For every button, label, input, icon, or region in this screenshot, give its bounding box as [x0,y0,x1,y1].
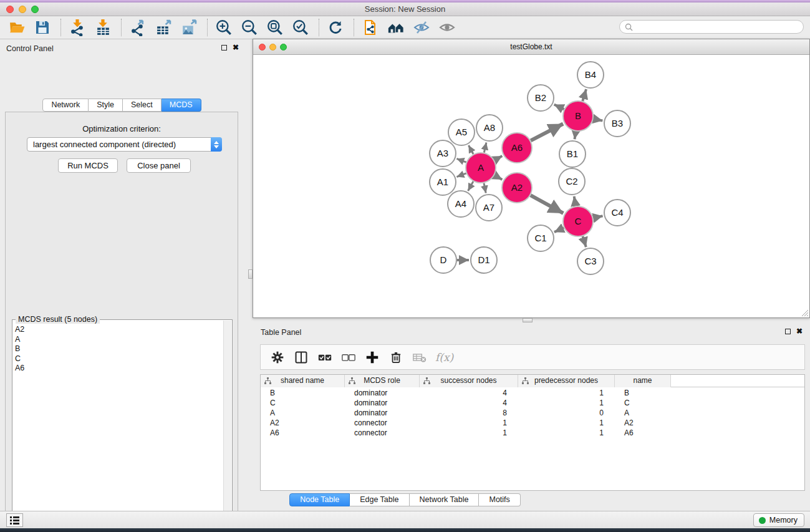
graph-node-label: C1 [534,233,546,243]
close-panel-icon[interactable]: ✖ [233,44,239,51]
table-tab-network-table[interactable]: Network Table [410,493,480,506]
search-field[interactable] [619,20,804,34]
eye-icon [438,19,456,36]
delete-row-button[interactable] [387,349,405,366]
graph-node-label: C3 [584,256,596,266]
export-table-button[interactable] [155,19,172,36]
table-tab-node-table[interactable]: Node Table [289,493,350,506]
graph-edge-A-A1[interactable] [456,173,466,177]
graph-node-label: C2 [566,176,577,186]
table-cell: dominator [345,408,420,418]
table-row[interactable]: A6connector11A6 [261,428,804,438]
resize-grip-icon[interactable] [800,308,809,317]
network-canvas[interactable]: B4B2BB3A8A5A6A3B1AA1C2A2A4A7C4CC1C3DD1 [253,55,809,317]
graph-edge-A-A4[interactable] [468,181,473,191]
table-tab-edge-table[interactable]: Edge Table [350,493,409,506]
tab-select[interactable]: Select [123,99,162,112]
unselect-all-button[interactable] [339,349,358,366]
graph-edge-C-C3[interactable] [582,236,586,247]
graph-edge-A-A8[interactable] [484,142,486,152]
graph-node-label: A6 [511,142,523,153]
open-file-button[interactable] [8,19,26,36]
insert-column-button[interactable] [292,349,311,366]
graph-edge-A2-C[interactable] [531,195,563,213]
refresh-button[interactable] [327,19,344,36]
table-cell: A2 [615,418,671,428]
show-hide-panels-button[interactable] [387,19,405,36]
tab-network[interactable]: Network [42,99,89,112]
zoom-selected-button[interactable] [292,19,309,36]
search-icon [625,23,633,31]
column-header-MCDS-role[interactable]: MCDS role [345,375,420,387]
graph-edge-B-B4[interactable] [582,89,586,101]
table-settings-button[interactable] [268,349,287,366]
export-network-button[interactable] [129,19,147,36]
select-all-button[interactable] [316,349,334,366]
column-header-successor-nodes[interactable]: successor nodes [420,375,518,387]
table-cell: 4 [420,388,518,398]
table-cell: 1 [420,428,518,438]
table-row[interactable]: A2connector11A2 [261,418,804,428]
graph-node-label: B4 [585,69,596,80]
graph-edge-A6-B[interactable] [531,123,563,140]
search-input[interactable] [637,22,803,31]
task-history-button[interactable] [6,513,23,527]
graph-edge-B-B1[interactable] [575,132,576,140]
show-all-button[interactable] [438,19,456,36]
split-pane-grip-horizontal[interactable] [523,318,533,322]
table-cell: A [615,408,671,418]
graph-edge-B-B2[interactable] [554,104,564,109]
import-table-button[interactable] [94,19,112,36]
table-panel: Table Panel ✖ [253,323,810,511]
import-network-button[interactable] [69,19,86,36]
toolbar-separator [60,19,61,36]
graph-edge-A-A5[interactable] [468,145,473,154]
table-cell: connector [345,428,420,438]
float-table-panel-icon[interactable] [785,329,791,334]
graph-edge-A-A2[interactable] [494,175,502,180]
graph-edge-C-C4[interactable] [593,216,602,218]
table-cell: 1 [518,428,615,438]
delete-table-button[interactable] [410,349,429,366]
float-panel-icon[interactable] [221,45,227,51]
table-tab-motifs[interactable]: Motifs [479,493,520,506]
import-table-icon [95,19,112,36]
table-row[interactable]: Cdominator41C [261,398,804,408]
table-row[interactable]: Adominator80A [261,408,804,418]
add-row-button[interactable] [363,349,382,366]
run-mcds-button[interactable]: Run MCDS [58,158,118,173]
graph-edge-B-B3[interactable] [594,119,603,121]
save-session-button[interactable] [34,19,51,36]
new-network-from-selection-button[interactable] [362,19,379,36]
graph-node-label: C [575,216,582,226]
tab-mcds[interactable]: MCDS [162,99,201,112]
column-header-name[interactable]: name [615,375,671,387]
export-network-icon [130,19,147,36]
graph-edge-C-C1[interactable] [554,228,564,232]
criterion-dropdown[interactable]: largest connected component (directed) [27,137,222,152]
table-cell: C [261,398,345,408]
zoom-fit-button[interactable] [266,19,284,36]
graph-node-label: B2 [535,92,546,103]
split-pane-grip-vertical[interactable] [248,269,253,279]
column-header-predecessor-nodes[interactable]: predecessor nodes [518,375,615,387]
graph-edge-A-A3[interactable] [456,158,466,162]
toolbar-separator [354,19,354,36]
zoom-out-button[interactable] [241,19,258,36]
export-image-icon [181,19,198,36]
graph-edge-A-A7[interactable] [484,183,486,193]
close-panel-button[interactable]: Close panel [127,158,191,173]
function-builder-button[interactable]: f(x) [435,351,453,364]
export-image-button[interactable] [180,19,198,36]
hide-selected-button[interactable] [413,19,430,36]
tab-style[interactable]: Style [89,99,123,112]
memory-button[interactable]: Memory [753,513,804,527]
table-row[interactable]: Bdominator41B [261,388,804,398]
graph-edge-C-C2[interactable] [574,196,576,206]
graph-node-label: A7 [483,202,494,213]
network-window-titlebar[interactable]: testGlobe.txt [253,39,809,55]
zoom-in-button[interactable] [215,19,233,36]
close-table-panel-icon[interactable]: ✖ [796,328,803,334]
graph-edge-A-A6[interactable] [494,156,502,160]
column-header-shared-name[interactable]: shared name [261,375,345,387]
